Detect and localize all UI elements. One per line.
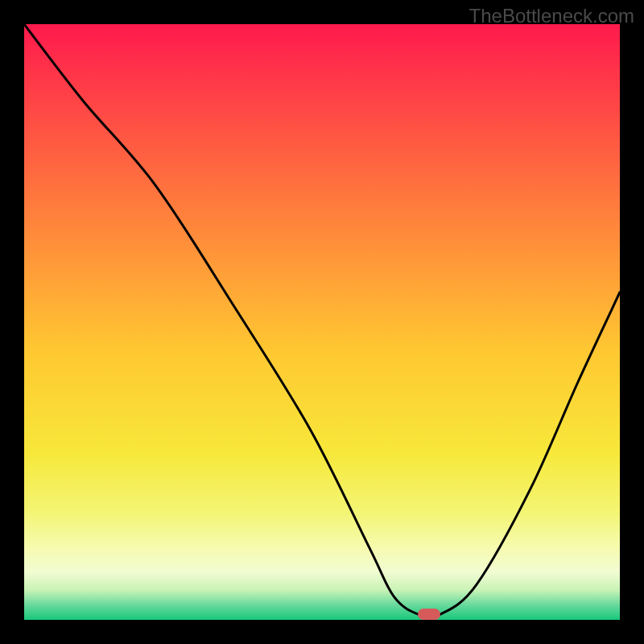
bottleneck-curve	[24, 24, 620, 620]
plot-area	[24, 24, 620, 620]
optimum-marker	[418, 609, 440, 620]
watermark-label: TheBottleneck.com	[469, 5, 634, 27]
chart-container: TheBottleneck.com	[0, 0, 644, 644]
